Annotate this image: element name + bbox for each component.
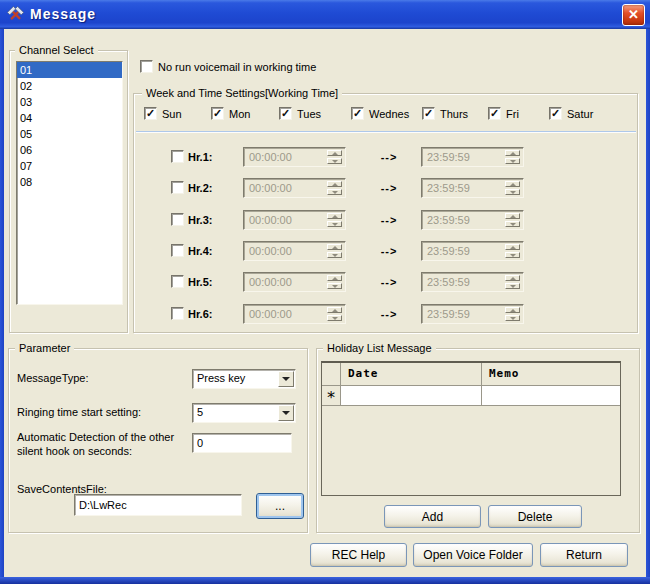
time-spinner[interactable]: [327, 244, 342, 258]
titlebar[interactable]: Message ✕: [0, 0, 650, 29]
spinner-up-button[interactable]: [327, 181, 342, 187]
time-spinner[interactable]: [505, 213, 520, 227]
time-spinner[interactable]: [505, 150, 520, 164]
spinner-down-button[interactable]: [505, 189, 520, 195]
day-checkbox-thurs[interactable]: ✓ Thurs: [422, 107, 468, 120]
open-voice-folder-button[interactable]: Open Voice Folder: [413, 543, 533, 567]
grid-cell-date[interactable]: [341, 386, 482, 406]
no-voicemail-checkbox[interactable]: No run voicemail in working time: [140, 60, 316, 73]
time-spinner[interactable]: [327, 181, 342, 195]
checkbox-box[interactable]: [171, 150, 184, 163]
start-time-field[interactable]: 00:00:00: [243, 304, 346, 324]
time-spinner[interactable]: [505, 244, 520, 258]
end-time-field[interactable]: 23:59:59: [421, 304, 524, 324]
spinner-up-button[interactable]: [327, 307, 342, 313]
spinner-up-button[interactable]: [327, 244, 342, 250]
checkbox-box[interactable]: [171, 213, 184, 226]
spinner-down-button[interactable]: [327, 158, 342, 164]
time-spinner[interactable]: [505, 181, 520, 195]
message-type-combo[interactable]: Press key: [192, 369, 296, 389]
hr4-checkbox[interactable]: [171, 244, 184, 257]
hr1-checkbox[interactable]: [171, 150, 184, 163]
spinner-down-button[interactable]: [327, 221, 342, 227]
delete-button[interactable]: Delete: [488, 505, 582, 528]
checkbox-box[interactable]: [140, 60, 153, 73]
time-spinner[interactable]: [327, 275, 342, 289]
checkbox-box[interactable]: ✓: [549, 107, 562, 120]
spinner-down-button[interactable]: [505, 315, 520, 321]
channel-item[interactable]: 02: [17, 78, 122, 94]
add-button[interactable]: Add: [384, 505, 481, 528]
checkbox-box[interactable]: [171, 275, 184, 288]
spinner-up-button[interactable]: [505, 181, 520, 187]
auto-detection-input[interactable]: [192, 433, 292, 453]
checkbox-box[interactable]: ✓: [279, 107, 292, 120]
spinner-down-button[interactable]: [327, 283, 342, 289]
hr6-checkbox[interactable]: [171, 307, 184, 320]
end-time-field[interactable]: 23:59:59: [421, 210, 524, 230]
time-spinner[interactable]: [505, 275, 520, 289]
checkbox-box[interactable]: [171, 181, 184, 194]
grid-cell-memo[interactable]: [482, 386, 620, 406]
start-time-field[interactable]: 00:00:00: [243, 147, 346, 167]
ringing-time-combo[interactable]: 5: [192, 403, 296, 423]
rec-help-button[interactable]: REC Help: [310, 543, 407, 567]
checkbox-box[interactable]: ✓: [351, 107, 364, 120]
day-checkbox-fri[interactable]: ✓ Fri: [488, 107, 519, 120]
end-time-field[interactable]: 23:59:59: [421, 147, 524, 167]
spinner-down-button[interactable]: [327, 189, 342, 195]
time-spinner[interactable]: [327, 150, 342, 164]
spinner-down-button[interactable]: [327, 315, 342, 321]
spinner-up-button[interactable]: [505, 307, 520, 313]
combo-dropdown-button[interactable]: [278, 371, 294, 387]
hr2-checkbox[interactable]: [171, 181, 184, 194]
hr5-checkbox[interactable]: [171, 275, 184, 288]
browse-button[interactable]: ...: [256, 493, 304, 519]
hr3-checkbox[interactable]: [171, 213, 184, 226]
time-spinner[interactable]: [505, 307, 520, 321]
checkbox-box[interactable]: ✓: [422, 107, 435, 120]
day-checkbox-satur[interactable]: ✓ Satur: [549, 107, 593, 120]
spinner-down-button[interactable]: [505, 158, 520, 164]
channel-item[interactable]: 03: [17, 94, 122, 110]
channel-item[interactable]: 05: [17, 126, 122, 142]
day-checkbox-sun[interactable]: ✓ Sun: [144, 107, 182, 120]
end-time-field[interactable]: 23:59:59: [421, 272, 524, 292]
end-time-field[interactable]: 23:59:59: [421, 241, 524, 261]
grid-new-row[interactable]: *: [322, 386, 620, 406]
start-time-field[interactable]: 00:00:00: [243, 210, 346, 230]
close-button[interactable]: ✕: [622, 4, 645, 26]
day-checkbox-wednes[interactable]: ✓ Wednes: [351, 107, 409, 120]
checkbox-box[interactable]: ✓: [144, 107, 157, 120]
channel-item[interactable]: 04: [17, 110, 122, 126]
holiday-grid[interactable]: Date Memo *: [321, 361, 621, 496]
spinner-up-button[interactable]: [327, 213, 342, 219]
save-contents-input[interactable]: [74, 494, 242, 516]
start-time-field[interactable]: 00:00:00: [243, 178, 346, 198]
channel-item[interactable]: 01: [17, 62, 122, 78]
start-time-field[interactable]: 00:00:00: [243, 241, 346, 261]
checkbox-box[interactable]: [171, 244, 184, 257]
spinner-down-button[interactable]: [327, 252, 342, 258]
time-spinner[interactable]: [327, 213, 342, 227]
time-spinner[interactable]: [327, 307, 342, 321]
spinner-up-button[interactable]: [505, 213, 520, 219]
spinner-up-button[interactable]: [327, 150, 342, 156]
checkbox-box[interactable]: ✓: [211, 107, 224, 120]
channel-item[interactable]: 06: [17, 142, 122, 158]
end-time-field[interactable]: 23:59:59: [421, 178, 524, 198]
return-button[interactable]: Return: [540, 543, 628, 567]
day-checkbox-mon[interactable]: ✓ Mon: [211, 107, 250, 120]
start-time-field[interactable]: 00:00:00: [243, 272, 346, 292]
checkbox-box[interactable]: [171, 307, 184, 320]
channel-item[interactable]: 08: [17, 174, 122, 190]
spinner-up-button[interactable]: [505, 275, 520, 281]
checkbox-box[interactable]: ✓: [488, 107, 501, 120]
day-checkbox-tues[interactable]: ✓ Tues: [279, 107, 321, 120]
combo-dropdown-button[interactable]: [278, 405, 294, 421]
spinner-up-button[interactable]: [505, 150, 520, 156]
spinner-down-button[interactable]: [505, 283, 520, 289]
spinner-up-button[interactable]: [327, 275, 342, 281]
spinner-up-button[interactable]: [505, 244, 520, 250]
channel-listbox[interactable]: 01 02 03 04 05 06 07 08: [16, 61, 123, 305]
